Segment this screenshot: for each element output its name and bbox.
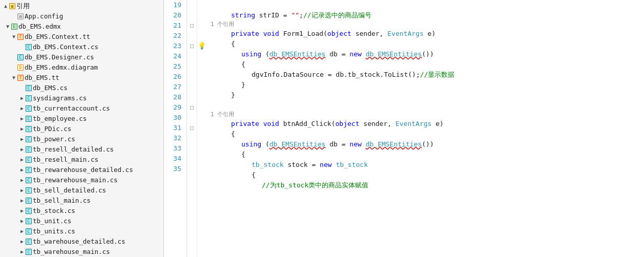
- cs-icon-units: C: [26, 228, 32, 234]
- line-numbers: 19 20 21 22 23 24 25 26 27 28 29 30 31 3…: [164, 0, 187, 257]
- sidebar-label-sysdiagrams: sysdiagrams.cs: [33, 94, 87, 103]
- diagram-icon: D: [17, 65, 24, 71]
- tree-arrow-warehouse-main: ▶: [18, 247, 26, 256]
- code-line-32: {: [211, 149, 644, 160]
- cs-icon-currentaccount: C: [26, 105, 32, 112]
- code-line-21: private void Form1_Load( object sender, …: [211, 29, 644, 39]
- sidebar-item-pdic[interactable]: ▶ C tb_PDic.cs: [0, 124, 163, 134]
- linenum-30: 30: [164, 113, 183, 123]
- tree-arrow-warehouse-detailed: ▶: [18, 237, 26, 246]
- sidebar-item-sysdiagrams[interactable]: ▶ C sysdiagrams.cs: [0, 93, 163, 103]
- fold-29[interactable]: □: [187, 102, 197, 113]
- linenum-19: 19: [164, 0, 183, 10]
- code-line-23: using ( db_EMSEntities db = new db_EMSEn…: [211, 49, 644, 59]
- hint-26: [197, 72, 206, 82]
- fold-31[interactable]: □: [187, 123, 197, 133]
- hint-30: [197, 113, 206, 123]
- linenum-29: 29: [164, 102, 183, 113]
- linenum-32: 32: [164, 133, 183, 143]
- hint-20: [197, 10, 206, 20]
- sidebar-item-contexttt[interactable]: ▼ T db_EMS.Context.tt: [0, 32, 163, 42]
- sidebar-item-dbcs[interactable]: C db_EMS.cs: [0, 83, 163, 93]
- fold-28: [187, 92, 197, 102]
- sidebar-item-designercs[interactable]: C db_EMS.Designer.cs: [0, 52, 163, 62]
- cs-icon-designer: C: [17, 54, 24, 60]
- code-line-29: private void btnAdd_Click( object sender…: [211, 119, 644, 129]
- sidebar-label-units: tb_units.cs: [33, 227, 75, 236]
- sidebar-item-resell-main[interactable]: ▶ C tb_resell_main.cs: [0, 155, 163, 165]
- sidebar-item-ref-root[interactable]: ▲ ■ 引用: [0, 1, 163, 11]
- sidebar-item-rewarehouse-main[interactable]: ▶ C tb_rewarehouse_main.cs: [0, 175, 163, 185]
- tree-arrow-dbcs: [18, 83, 26, 93]
- fold-23[interactable]: □: [187, 41, 197, 51]
- sidebar-label-sell-detailed: tb_sell_detailed.cs: [33, 186, 106, 195]
- code-line-21-ref: 1 个引用: [211, 20, 644, 29]
- sidebar-item-sell-detailed[interactable]: ▶ C tb_sell_detailed.cs: [0, 185, 163, 196]
- sidebar-label-contexttt: db_EMS.Context.tt: [25, 32, 90, 41]
- tt-icon-db: T: [17, 75, 24, 81]
- config-icon: ⚙: [17, 13, 24, 19]
- hint-gutter-col: 💡: [197, 0, 206, 257]
- sidebar-label-rewarehouse-main: tb_rewarehouse_main.cs: [33, 176, 118, 185]
- code-line-24: {: [211, 59, 644, 70]
- ref-icon: ■: [9, 3, 15, 9]
- tree-arrow-unit: ▶: [18, 217, 26, 226]
- sidebar-item-dbtt[interactable]: ▼ T db_EMS.tt: [0, 73, 163, 83]
- cs-icon-context: C: [26, 44, 32, 50]
- sidebar-item-diagram[interactable]: D db_EMS.edmx.diagram: [0, 62, 163, 73]
- sidebar-item-contextcs[interactable]: C db_EMS.Context.cs: [0, 42, 163, 52]
- sidebar-item-stock[interactable]: ▶ C tb_stock.cs: [0, 206, 163, 216]
- sidebar-item-sell-main[interactable]: ▶ C tb_sell_main.cs: [0, 196, 163, 206]
- code-line-31: using ( db_EMSEntities db = new db_EMSEn…: [211, 139, 644, 149]
- tree-arrow-appconfig: [10, 12, 17, 21]
- sidebar-label-dbcs: db_EMS.cs: [33, 83, 68, 93]
- sidebar-label-ref: 引用: [16, 2, 30, 11]
- sidebar-item-employee[interactable]: ▶ C tb_employee.cs: [0, 114, 163, 124]
- sidebar-item-units[interactable]: ▶ C tb_units.cs: [0, 226, 163, 237]
- sidebar-item-currentaccount[interactable]: ▶ C tb_currentaccount.cs: [0, 103, 163, 114]
- code-area[interactable]: 19 20 21 22 23 24 25 26 27 28 29 30 31 3…: [164, 0, 644, 257]
- cs-icon-sell-main: C: [26, 198, 32, 204]
- tree-arrow-pdic: ▶: [18, 124, 26, 134]
- linenum-20: 20: [164, 10, 183, 20]
- code-line-30: {: [211, 129, 644, 139]
- tree-arrow-designercs: [10, 53, 17, 62]
- fold-27: [187, 82, 197, 92]
- sidebar-item-power[interactable]: ▶ C tb_power.cs: [0, 134, 163, 144]
- code-lines[interactable]: string strID = "" ; //记录选中的商品编号 1 个引用 pr…: [206, 0, 644, 257]
- sidebar-item-appconfig[interactable]: ⚙ App.config: [0, 11, 163, 22]
- cs-icon-stock: C: [26, 208, 32, 214]
- sidebar-item-dbedmx[interactable]: ▼ E db_EMS.edmx: [0, 22, 163, 32]
- sidebar-label-resell-main: tb_resell_main.cs: [33, 155, 98, 164]
- fold-32: [187, 133, 197, 143]
- fold-19: [187, 0, 197, 10]
- tree-arrow-dbtt: ▼: [10, 73, 17, 82]
- cs-icon-power: C: [26, 136, 32, 142]
- linenum-21: 21: [164, 20, 183, 31]
- fold-21[interactable]: □: [187, 20, 197, 31]
- sidebar-label-dbedmx: db_EMS.edmx: [18, 22, 61, 31]
- linenum-35: 35: [164, 164, 183, 174]
- sidebar-item-rewarehouse-detailed[interactable]: ▶ C tb_rewarehouse_detailed.cs: [0, 165, 163, 175]
- sidebar-item-warehouse-detailed[interactable]: ▶ C tb_warehouse_detailed.cs: [0, 237, 163, 247]
- tree-arrow-resell-detailed: ▶: [18, 145, 26, 154]
- hint-23[interactable]: 💡: [197, 41, 206, 51]
- code-line-34: {: [211, 170, 644, 180]
- hint-29: [197, 102, 206, 113]
- linenum-33: 33: [164, 143, 183, 154]
- fold-24: [187, 51, 197, 61]
- class-dbemsentities-2b: db_EMSEntities: [366, 139, 422, 149]
- hint-31: [197, 123, 206, 133]
- sidebar-item-resell-detailed[interactable]: ▶ C tb_resell_detailed.cs: [0, 144, 163, 155]
- tree-arrow-dbedmx: ▼: [4, 22, 11, 31]
- code-line-29-ref: 1 个引用: [211, 111, 644, 119]
- linenum-31: 31: [164, 123, 183, 133]
- linenum-22: 22: [164, 31, 183, 41]
- fold-gutter-col: □ □ □ □: [187, 0, 197, 257]
- tree-arrow-resell-main: ▶: [18, 155, 26, 164]
- sidebar-item-warehouse-main[interactable]: ▶ C tb_warehouse_main.cs: [0, 247, 163, 257]
- cs-icon-warehouse-main: C: [26, 249, 32, 255]
- sidebar-item-unit[interactable]: ▶ C tb_unit.cs: [0, 216, 163, 226]
- hint-32: [197, 133, 206, 143]
- file-tree-sidebar[interactable]: ▲ ■ 引用 ⚙ App.config ▼ E db_EMS.edmx ▼ T …: [0, 0, 164, 257]
